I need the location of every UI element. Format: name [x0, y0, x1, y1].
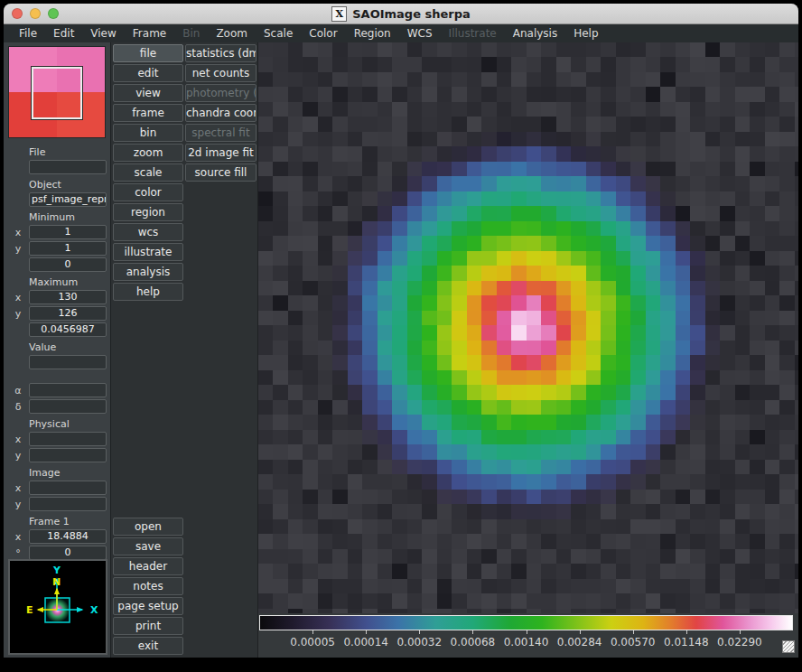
colorbar-gradient[interactable] [259, 615, 793, 630]
maximum-x-field[interactable]: 130 [29, 290, 107, 304]
colorbar-labels: 0.000050.000140.000320.000680.001400.002… [259, 636, 793, 650]
frame-zoom-field[interactable]: 18.4884 [29, 529, 107, 544]
nav-button-column: fileeditviewframebinzoomscalecolorregion… [113, 44, 183, 303]
y-axis-label: Y [52, 565, 61, 576]
colorbar-tick-label: 0.00032 [396, 636, 442, 649]
button-panel: fileeditviewframebinzoomscalecolorregion… [111, 42, 258, 658]
maximum-z-field[interactable]: 0.0456987 [29, 322, 107, 337]
menu-edit[interactable]: Edit [45, 27, 82, 40]
menu-wcs[interactable]: WCS [399, 27, 441, 40]
value-field[interactable] [29, 355, 107, 369]
psf-image-canvas[interactable] [258, 42, 798, 614]
physical-y-label: y [7, 450, 29, 462]
analysis-button-source-fill[interactable]: source fill [185, 163, 256, 182]
east-label: E [26, 604, 33, 616]
physical-x-field[interactable] [29, 432, 107, 446]
file-button-exit[interactable]: exit [113, 637, 183, 655]
file-field[interactable] [29, 160, 107, 174]
file-button-print[interactable]: print [113, 617, 183, 635]
magnifier-cursor [32, 67, 81, 119]
analysis-button-statistics-dms[interactable]: statistics (dms [185, 44, 256, 62]
menu-bin: Bin [174, 27, 208, 40]
colorbar-tick [419, 630, 420, 634]
nav-button-edit[interactable]: edit [113, 64, 183, 82]
menu-frame[interactable]: Frame [125, 27, 174, 40]
nav-button-wcs[interactable]: wcs [113, 223, 183, 241]
menu-file[interactable]: File [11, 27, 45, 40]
nav-button-illustrate[interactable]: illustrate [113, 243, 183, 261]
analysis-button-2d-image-fit[interactable]: 2d image fit [185, 144, 256, 162]
colorbar-tick-label: 0.00570 [611, 636, 656, 649]
frame-angle-field[interactable]: 0 [29, 546, 107, 560]
nav-button-frame[interactable]: frame [113, 104, 183, 122]
resize-grip-icon[interactable] [782, 640, 795, 653]
zoom-window-button[interactable] [48, 8, 59, 19]
delta-label: δ [7, 401, 29, 413]
colorbar-tick [686, 630, 687, 634]
maximum-y-field[interactable]: 126 [29, 306, 107, 321]
file-button-save[interactable]: save [113, 537, 183, 555]
north-label: N [52, 576, 61, 588]
minimum-x-field[interactable]: 1 [29, 225, 107, 239]
colorbar-tick [633, 630, 634, 634]
menu-scale[interactable]: Scale [256, 27, 301, 40]
colorbar-tick-label: 0.00140 [504, 636, 549, 649]
nav-button-zoom[interactable]: zoom [113, 144, 183, 162]
close-window-button[interactable] [12, 8, 23, 19]
minimize-window-button[interactable] [30, 8, 41, 19]
menu-zoom[interactable]: Zoom [208, 27, 256, 40]
frame-angle-label: ° [7, 547, 29, 559]
value-label: Value [29, 341, 107, 353]
nav-button-view[interactable]: view [113, 84, 183, 102]
menu-view[interactable]: View [82, 27, 124, 40]
image-y-field[interactable] [29, 497, 107, 511]
colorbar-tick-label: 0.00068 [451, 636, 496, 649]
menu-bar: FileEditViewFrameBinZoomScaleColorRegion… [4, 24, 798, 42]
maximum-y-label: y [7, 308, 29, 320]
colorbar-tick-label: 0.01148 [664, 636, 709, 649]
alpha-field[interactable] [29, 383, 107, 397]
nav-button-color[interactable]: color [113, 183, 183, 201]
colorbar-tick-label: 0.02290 [717, 636, 762, 649]
frame-label: Frame 1 [29, 516, 107, 527]
menu-color[interactable]: Color [301, 27, 345, 40]
menu-region[interactable]: Region [346, 27, 399, 40]
title-bar[interactable]: X SAOImage sherpa [4, 4, 798, 24]
alpha-label: α [7, 385, 29, 397]
object-field[interactable]: psf_image_repro [29, 192, 107, 207]
coordinate-fields: File Object psf_image_repro Minimum x 1 … [7, 142, 107, 562]
physical-label: Physical [29, 418, 107, 430]
minimum-label: Minimum [29, 211, 107, 223]
file-button-open[interactable]: open [113, 518, 183, 536]
analysis-button-net-counts[interactable]: net counts [185, 64, 256, 82]
analysis-button-column: statistics (dmsnet countsphotometry (sch… [185, 44, 256, 183]
nav-button-region[interactable]: region [113, 203, 183, 221]
menu-analysis[interactable]: Analysis [505, 27, 565, 40]
traffic-lights [12, 8, 59, 19]
analysis-button-chandra-coord[interactable]: chandra coord [185, 104, 256, 122]
minimum-value-field[interactable]: 1 [29, 241, 107, 256]
file-button-notes[interactable]: notes [113, 577, 183, 595]
menu-help[interactable]: Help [565, 27, 606, 40]
colorbar-tick-label: 0.00014 [343, 636, 388, 649]
image-x-field[interactable] [29, 481, 107, 495]
nav-button-analysis[interactable]: analysis [113, 263, 183, 281]
colorbar-tick [472, 630, 473, 634]
image-y-label: y [7, 499, 29, 510]
physical-y-field[interactable] [29, 448, 107, 462]
colorbar-tick [366, 630, 367, 634]
image-display-area: 0.000050.000140.000320.000680.001400.002… [258, 42, 798, 658]
minimum-y-label: y [7, 243, 29, 255]
nav-button-file[interactable]: file [113, 44, 183, 62]
nav-button-scale[interactable]: scale [113, 163, 183, 182]
window-title-text: SAOImage sherpa [352, 7, 471, 21]
menu-illustrate: Illustrate [441, 27, 505, 40]
minimum-z-field[interactable]: 0 [29, 257, 107, 272]
nav-button-help[interactable]: help [113, 283, 183, 301]
file-button-header[interactable]: header [113, 557, 183, 575]
file-button-page-setup[interactable]: page setup [113, 597, 183, 615]
delta-field[interactable] [29, 399, 107, 414]
colorbar-panel: 0.000050.000140.000320.000680.001400.002… [258, 613, 798, 658]
nav-button-bin[interactable]: bin [113, 124, 183, 142]
image-x-label: x [7, 482, 29, 494]
